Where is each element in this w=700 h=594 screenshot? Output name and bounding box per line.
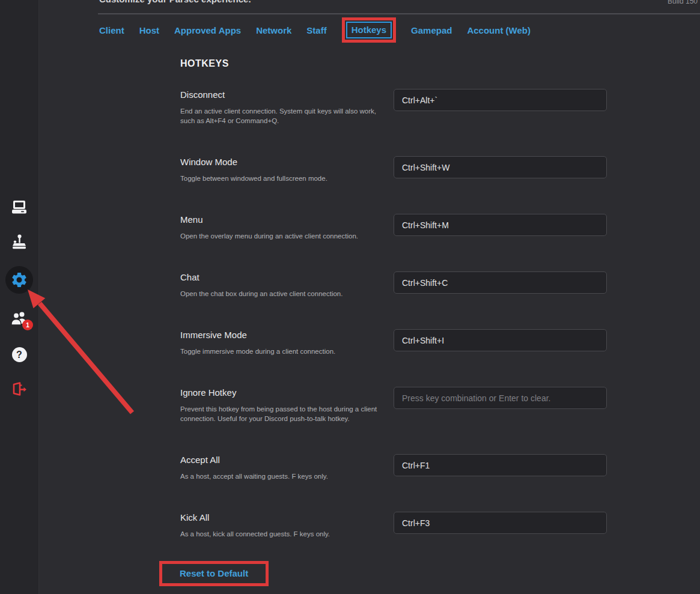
page-subtitle: Customize your Parsec experience. — [99, 0, 251, 4]
hotkey-row-disconnect: Disconnect End an active client connecti… — [180, 89, 607, 111]
hotkey-name: Ignore Hotkey — [180, 387, 383, 399]
hotkey-input-kick-all[interactable] — [394, 512, 607, 534]
hotkey-row-accept-all: Accept All As a host, accept all waiting… — [180, 454, 607, 476]
hotkey-description: As a host, accept all waiting guests. F … — [180, 471, 383, 481]
active-tab-outline: Hotkeys — [346, 22, 392, 38]
tab-staff[interactable]: Staff — [306, 25, 326, 35]
hotkey-input-disconnect[interactable] — [394, 89, 607, 111]
logout-icon — [11, 382, 28, 398]
tab-network[interactable]: Network — [256, 25, 291, 35]
hotkey-input-ignore-hotkey[interactable] — [394, 387, 607, 409]
arcade-icon — [11, 234, 28, 250]
section-title: HOTKEYS — [180, 58, 607, 69]
hotkey-input-immersive-mode[interactable] — [394, 329, 607, 351]
hotkey-input-window-mode[interactable] — [394, 156, 607, 178]
tab-account-web[interactable]: Account (Web) — [467, 25, 531, 35]
hotkey-name: Kick All — [180, 512, 383, 524]
hotkey-description: As a host, kick all connected guests. F … — [180, 529, 383, 539]
settings-page: 1 ? Customize your Parsec experience. Bu… — [0, 0, 700, 594]
tab-client[interactable]: Client — [99, 25, 124, 35]
sidebar: 1 ? — [0, 0, 39, 594]
hotkey-name: Disconnect — [180, 89, 383, 101]
hotkey-description: End an active client connection. System … — [180, 106, 383, 126]
hotkey-name: Immersive Mode — [180, 329, 383, 341]
tab-annotation-box: Hotkeys — [342, 17, 396, 43]
sidebar-item-computers[interactable] — [0, 199, 38, 216]
hotkey-name: Window Mode — [180, 156, 383, 168]
sidebar-item-help[interactable]: ? — [0, 347, 38, 362]
hotkeys-panel: HOTKEYS Disconnect End an active client … — [180, 58, 607, 586]
settings-gear-icon — [10, 271, 28, 289]
hotkey-description: Open the overlay menu during an active c… — [180, 231, 383, 241]
hotkey-row-ignore-hotkey: Ignore Hotkey Prevent this hotkey from b… — [180, 387, 607, 409]
hotkey-input-menu[interactable] — [394, 214, 607, 236]
hotkey-row-menu: Menu Open the overlay menu during an act… — [180, 214, 607, 236]
friends-notification-badge: 1 — [22, 320, 33, 330]
hotkey-description: Toggle between windowed and fullscreen m… — [180, 174, 383, 183]
header-divider — [98, 13, 700, 14]
tab-approved-apps[interactable]: Approved Apps — [174, 25, 241, 35]
sidebar-item-arcade[interactable] — [0, 234, 38, 250]
hotkey-row-immersive-mode: Immersive Mode Toggle immersive mode dur… — [180, 329, 607, 351]
hotkey-input-chat[interactable] — [394, 271, 607, 294]
hotkey-rows: Disconnect End an active client connecti… — [180, 89, 607, 534]
settings-active-circle — [5, 266, 33, 294]
reset-annotation-box: Reset to Default — [159, 561, 269, 586]
tab-hotkeys[interactable]: Hotkeys — [352, 25, 386, 35]
tab-host[interactable]: Host — [139, 25, 159, 35]
reset-to-default-button[interactable]: Reset to Default — [180, 568, 248, 578]
build-label: Build 150 — [668, 0, 698, 5]
hotkey-name: Accept All — [180, 454, 383, 466]
hotkey-description: Open the chat box during an active clien… — [180, 289, 383, 299]
hotkey-name: Chat — [180, 271, 383, 283]
sidebar-item-logout[interactable] — [0, 382, 38, 398]
settings-tab-bar: ClientHostApproved AppsNetworkStaffHotke… — [99, 17, 531, 43]
hotkey-input-accept-all[interactable] — [394, 454, 607, 476]
computers-icon — [11, 200, 28, 214]
hotkey-name: Menu — [180, 214, 383, 226]
help-icon: ? — [12, 347, 27, 362]
hotkey-description: Prevent this hotkey from being passed to… — [180, 404, 383, 423]
hotkey-row-window-mode: Window Mode Toggle between windowed and … — [180, 156, 607, 178]
hotkey-row-kick-all: Kick All As a host, kick all connected g… — [180, 512, 607, 534]
sidebar-item-friends[interactable]: 1 — [0, 310, 38, 327]
sidebar-item-settings[interactable] — [0, 266, 38, 294]
hotkey-row-chat: Chat Open the chat box during an active … — [180, 271, 607, 294]
tab-gamepad[interactable]: Gamepad — [411, 25, 452, 35]
hotkey-description: Toggle immersive mode during a client co… — [180, 347, 383, 356]
